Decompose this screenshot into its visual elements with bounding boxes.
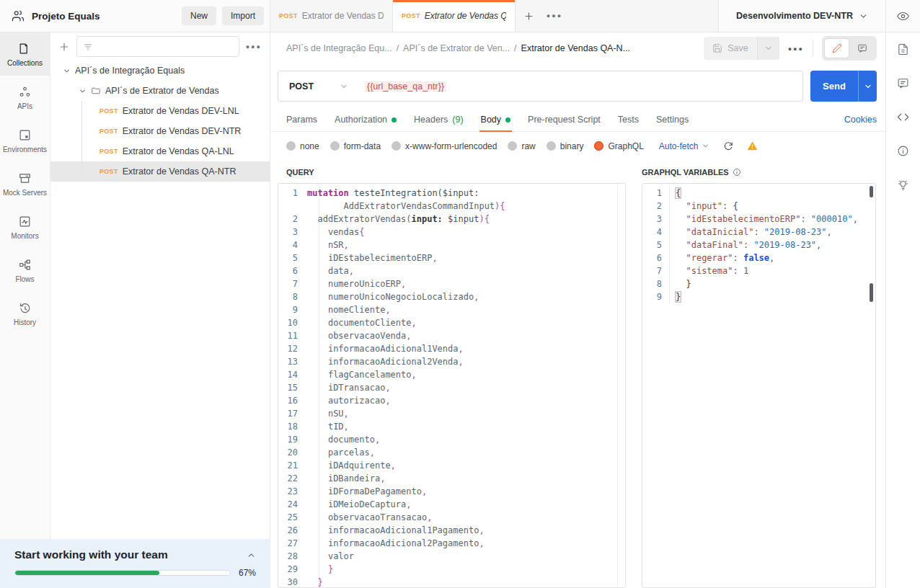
code-line: 18 tID, bbox=[278, 420, 625, 433]
folder-row[interactable]: API´s de Extrator de Vendas bbox=[50, 81, 270, 101]
variables-code[interactable]: 1{2 "input": {3 "idEstabelecimentoERP": … bbox=[642, 184, 875, 587]
tab-authorization[interactable]: Authorization bbox=[335, 108, 397, 131]
new-tab-button[interactable] bbox=[516, 0, 541, 32]
request-row[interactable]: POST Extrator de Vendas QA-LNL bbox=[50, 141, 270, 161]
send-options-button[interactable] bbox=[858, 71, 877, 102]
tab-label: Authorization bbox=[335, 115, 387, 125]
sidebar-filter-input[interactable] bbox=[97, 42, 233, 52]
environment-quick-look-button[interactable] bbox=[885, 0, 920, 32]
request-tab-qa[interactable]: POST Extrator de Vendas QA- bbox=[393, 0, 516, 32]
pull-requests-button[interactable] bbox=[886, 168, 920, 202]
progress-bar bbox=[14, 570, 231, 576]
tab-label: Tests bbox=[618, 115, 639, 125]
sidebar-filter-box[interactable] bbox=[76, 36, 239, 57]
method-badge: POST bbox=[99, 128, 118, 135]
request-name: Extrator de Vendas QA-LNL bbox=[123, 146, 234, 156]
breadcrumb-request[interactable]: Extrator de Vendas QA-N... bbox=[521, 43, 630, 53]
tab-params[interactable]: Params bbox=[286, 108, 317, 131]
line-number: 20 bbox=[278, 446, 307, 459]
comment-icon bbox=[857, 43, 867, 53]
body-type-raw[interactable]: raw bbox=[508, 141, 535, 151]
body-type-graphql[interactable]: GraphQL bbox=[594, 141, 643, 151]
code-line: 26 informacaoAdicional1Pagamento, bbox=[278, 524, 625, 537]
request-info-button[interactable] bbox=[886, 134, 920, 168]
breadcrumb-collection[interactable]: API´s de Integração Equ... bbox=[286, 43, 392, 53]
body-type-none[interactable]: none bbox=[286, 141, 319, 151]
tab-label: Extrator de Vendas DEV- bbox=[302, 11, 384, 21]
chevron-down-icon[interactable] bbox=[63, 67, 71, 75]
send-button[interactable]: Send bbox=[810, 71, 858, 102]
sidebar-item-apis[interactable]: APIs bbox=[0, 76, 50, 119]
save-options-button[interactable] bbox=[757, 37, 779, 60]
request-row-selected[interactable]: POST Extrator de Vendas QA-NTR bbox=[50, 161, 270, 182]
team-onboarding-banner: Start working with your team 67% bbox=[0, 539, 270, 588]
code-line: 11 observacaoVenda, bbox=[278, 329, 625, 342]
variables-editor[interactable]: 1{2 "input": {3 "idEstabelecimentoERP": … bbox=[642, 183, 876, 588]
collection-row[interactable]: API´s de Integração Equals bbox=[50, 61, 270, 81]
mock-servers-icon bbox=[18, 172, 32, 185]
code-line: 12 informacaoAdicional1Venda, bbox=[278, 342, 625, 355]
sidebar-options-icon[interactable]: ●●● bbox=[246, 43, 262, 50]
autofetch-label: Auto-fetch bbox=[659, 141, 699, 151]
sidebar-item-environments[interactable]: Environments bbox=[0, 119, 50, 162]
code-line: 2 "input": { bbox=[642, 200, 875, 213]
breadcrumb-folder[interactable]: API´s de Extrator de Ven... bbox=[403, 43, 510, 53]
tab-settings[interactable]: Settings bbox=[656, 108, 689, 131]
query-scrollbar[interactable] bbox=[617, 184, 618, 587]
collapse-banner-button[interactable] bbox=[247, 551, 256, 560]
method-dropdown[interactable]: POST bbox=[278, 81, 359, 92]
cookies-link[interactable]: Cookies bbox=[844, 115, 877, 125]
line-number: 2 bbox=[642, 200, 670, 213]
code-icon bbox=[897, 111, 909, 123]
headers-count: (9) bbox=[452, 115, 463, 125]
body-type-form-data[interactable]: form-data bbox=[330, 141, 381, 151]
code-snippet-button[interactable] bbox=[886, 100, 920, 134]
query-editor[interactable]: 1mutation testeIntegration($input: AddEx… bbox=[278, 183, 626, 588]
scrollbar-thumb[interactable] bbox=[870, 186, 873, 197]
request-row[interactable]: POST Extrator de Vendas DEV-LNL bbox=[50, 101, 270, 121]
comments-button[interactable] bbox=[886, 66, 920, 100]
new-button[interactable]: New bbox=[182, 6, 216, 25]
import-button[interactable]: Import bbox=[222, 6, 264, 25]
line-number: 8 bbox=[278, 290, 307, 303]
top-bar: Projeto Equals New Import POST Extrator … bbox=[0, 0, 920, 32]
documentation-button[interactable] bbox=[886, 32, 920, 66]
schema-warning-icon[interactable] bbox=[747, 141, 758, 151]
tab-headers[interactable]: Headers(9) bbox=[414, 108, 464, 131]
refresh-schema-icon[interactable] bbox=[723, 141, 733, 151]
tab-options-icon[interactable]: ●●● bbox=[541, 0, 567, 32]
line-number: 8 bbox=[642, 277, 670, 290]
sidebar-item-history[interactable]: History bbox=[0, 292, 50, 335]
scrollbar-thumb[interactable] bbox=[870, 283, 873, 302]
workspace-header: Projeto Equals New Import bbox=[0, 0, 270, 32]
tab-body[interactable]: Body bbox=[481, 108, 511, 131]
body-type-binary[interactable]: binary bbox=[547, 141, 584, 151]
tab-pre-request-script[interactable]: Pre-request Script bbox=[528, 108, 601, 131]
url-input[interactable]: {{url_base_qa_ntr}} bbox=[359, 81, 452, 92]
sidebar-item-mock-servers[interactable]: Mock Servers bbox=[0, 162, 50, 205]
save-button[interactable]: Save bbox=[704, 37, 757, 60]
radio-icon bbox=[392, 141, 401, 151]
body-type-urlencoded[interactable]: x-www-form-urlencoded bbox=[392, 141, 497, 151]
autofetch-dropdown[interactable]: Auto-fetch bbox=[659, 141, 709, 151]
request-options-icon[interactable]: ●●● bbox=[788, 43, 804, 53]
add-collection-button[interactable] bbox=[58, 41, 70, 53]
sidebar-item-collections[interactable]: Collections bbox=[0, 32, 50, 76]
progress-percent: 67% bbox=[239, 568, 256, 578]
line-number: 17 bbox=[278, 407, 307, 420]
tab-tests[interactable]: Tests bbox=[618, 108, 639, 131]
environment-selector[interactable]: Desenvolvimento DEV-NTR bbox=[718, 0, 885, 32]
request-tab-dev[interactable]: POST Extrator de Vendas DEV- bbox=[270, 0, 393, 32]
comment-mode-button[interactable] bbox=[849, 38, 875, 58]
code-line: 24 iDMeioDeCaptura, bbox=[278, 498, 625, 511]
sidebar-item-monitors[interactable]: Monitors bbox=[0, 205, 50, 249]
code-line: 14 flagCancelamento, bbox=[278, 368, 625, 381]
info-icon[interactable] bbox=[733, 168, 741, 177]
query-code[interactable]: 1mutation testeIntegration($input: AddEx… bbox=[278, 184, 625, 587]
request-row[interactable]: POST Extrator de Vendas DEV-NTR bbox=[50, 121, 270, 141]
line-number: 12 bbox=[278, 342, 307, 355]
sidebar-item-flows[interactable]: Flows bbox=[0, 249, 50, 292]
chevron-down-icon[interactable] bbox=[79, 87, 87, 95]
edit-mode-button[interactable] bbox=[824, 38, 849, 58]
workspace-title: Projeto Equals bbox=[32, 11, 100, 22]
